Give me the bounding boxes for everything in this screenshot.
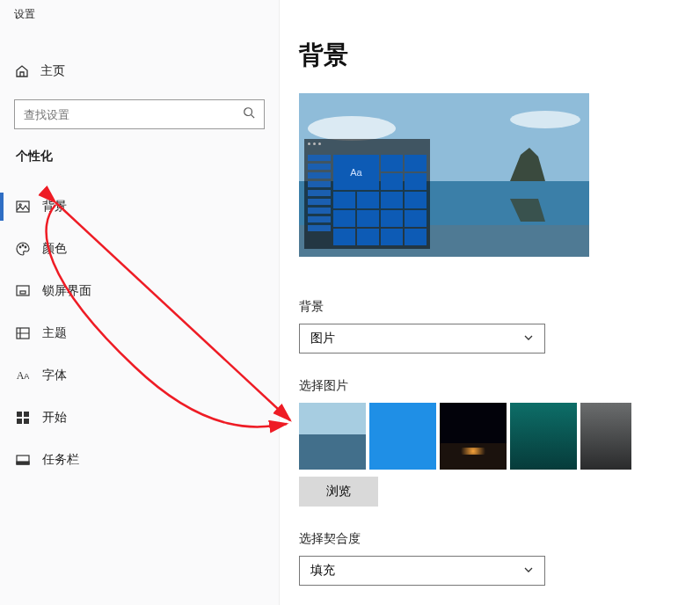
start-icon	[14, 411, 32, 425]
nav-background[interactable]: 背景	[0, 186, 279, 228]
nav-label: 任务栏	[42, 452, 79, 468]
bg-type-value: 图片	[310, 331, 335, 346]
app-title: 设置	[0, 0, 279, 22]
svg-point-19	[510, 111, 580, 128]
content-pane: 背景 Aa	[299, 0, 700, 605]
wallpaper-thumbnails	[299, 403, 700, 470]
thumb-1[interactable]	[369, 403, 436, 470]
svg-rect-9	[17, 412, 22, 417]
svg-point-2	[19, 204, 21, 206]
svg-rect-14	[17, 462, 29, 464]
nav-lockscreen[interactable]: 锁屏界面	[0, 270, 279, 312]
nav-themes[interactable]: 主题	[0, 312, 279, 354]
sidebar-home[interactable]: 主页	[0, 54, 279, 89]
svg-point-4	[22, 244, 24, 246]
wallpaper-preview: Aa	[299, 93, 589, 257]
nav-label: 主题	[42, 325, 67, 341]
fit-value: 填充	[310, 563, 335, 579]
preview-tile-aa: Aa	[333, 155, 379, 190]
svg-point-5	[25, 246, 26, 248]
chevron-down-icon	[523, 332, 534, 346]
lockscreen-icon	[14, 283, 32, 299]
nav-fonts[interactable]: AA 字体	[0, 354, 279, 397]
nav-start[interactable]: 开始	[0, 397, 279, 439]
fit-label: 选择契合度	[299, 531, 700, 547]
bg-type-label: 背景	[299, 299, 700, 315]
thumb-4[interactable]	[580, 403, 631, 470]
svg-rect-10	[24, 412, 29, 417]
svg-rect-12	[24, 419, 29, 424]
preview-start-overlay: Aa	[304, 139, 430, 249]
svg-rect-1	[17, 201, 29, 212]
palette-icon	[14, 241, 32, 257]
fit-dropdown[interactable]: 填充	[299, 556, 545, 586]
sidebar-category: 个性化	[0, 129, 279, 164]
nav-label: 颜色	[42, 241, 67, 257]
chevron-down-icon	[523, 564, 534, 578]
picture-icon	[14, 199, 32, 215]
bg-type-dropdown[interactable]: 图片	[299, 324, 545, 354]
taskbar-icon	[14, 452, 32, 468]
home-icon	[14, 64, 30, 78]
nav-label: 锁屏界面	[42, 283, 91, 299]
nav-label: 字体	[42, 368, 67, 383]
search-icon	[243, 106, 255, 122]
sidebar-home-label: 主页	[40, 63, 65, 79]
svg-rect-11	[17, 419, 22, 424]
settings-sidebar: 设置 主页 个性化 背景 颜色 锁屏界面 主题 AA	[0, 0, 280, 605]
svg-point-0	[244, 108, 252, 116]
svg-rect-7	[20, 291, 26, 294]
browse-button[interactable]: 浏览	[299, 477, 378, 507]
svg-point-3	[19, 246, 21, 248]
svg-point-18	[308, 116, 396, 141]
nav-taskbar[interactable]: 任务栏	[0, 439, 279, 481]
nav-label: 开始	[42, 410, 67, 426]
thumb-2[interactable]	[440, 403, 507, 470]
search-input-wrapper[interactable]	[14, 99, 265, 129]
nav-label: 背景	[42, 199, 67, 215]
thumb-3[interactable]	[510, 403, 577, 470]
thumb-0[interactable]	[299, 403, 366, 470]
font-icon: AA	[14, 369, 32, 383]
search-input[interactable]	[24, 108, 243, 121]
nav-colors[interactable]: 颜色	[0, 228, 279, 270]
sidebar-nav: 背景 颜色 锁屏界面 主题 AA 字体 开始 任务栏	[0, 186, 279, 481]
theme-icon	[14, 325, 32, 341]
choose-image-label: 选择图片	[299, 378, 700, 394]
page-title: 背景	[299, 39, 700, 72]
